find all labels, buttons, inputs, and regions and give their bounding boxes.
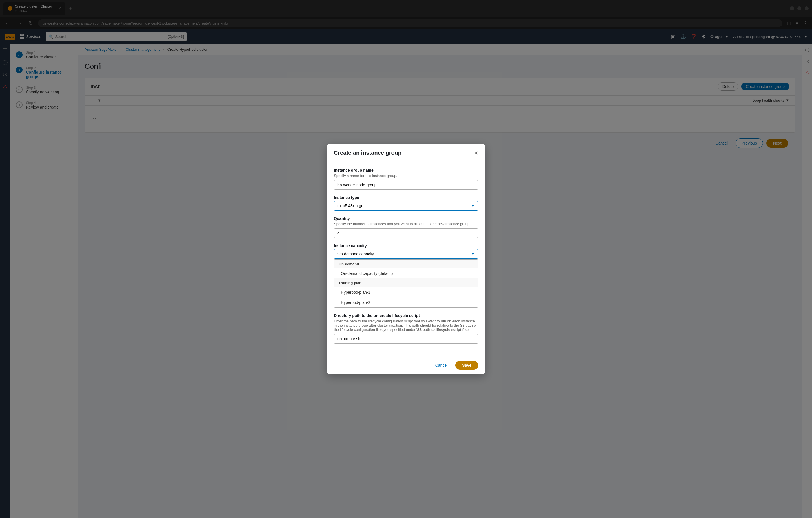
dropdown-option-hyperpod-plan-2[interactable]: Hyperpod-plan-2	[334, 297, 478, 307]
instance-group-name-group: Instance group name Specify a name for t…	[334, 168, 478, 190]
modal-cancel-button[interactable]: Cancel	[431, 361, 452, 370]
modal-title: Create an instance group	[334, 150, 402, 156]
dropdown-group-training-plan: Training plan	[334, 278, 478, 287]
lifecycle-script-group: Directory path to the on-create lifecycl…	[334, 313, 478, 343]
instance-group-name-input[interactable]	[334, 180, 478, 190]
instance-capacity-group: Instance capacity On-demand capacity ▼ O…	[334, 244, 478, 308]
modal-header: Create an instance group ×	[327, 144, 485, 161]
lifecycle-hint-bold: S3 path to lifecycle script files	[417, 328, 469, 332]
lifecycle-script-input[interactable]	[334, 334, 478, 343]
instance-group-name-hint: Specify a name for this instance group.	[334, 174, 478, 178]
lifecycle-script-hint: Enter the path to the lifecycle configur…	[334, 319, 478, 332]
dropdown-option-hyperpod-plan-1[interactable]: Hyperpod-plan-1	[334, 287, 478, 297]
instance-type-select[interactable]: ml.p5.48xlarge	[334, 201, 478, 211]
instance-capacity-dropdown: On-demand On-demand capacity (default) T…	[334, 259, 478, 308]
instance-type-select-wrapper: ml.p5.48xlarge ▼	[334, 201, 478, 211]
modal-overlay[interactable]: Create an instance group × Instance grou…	[0, 0, 812, 518]
quantity-input[interactable]	[334, 228, 478, 238]
dropdown-option-on-demand-default[interactable]: On-demand capacity (default)	[334, 268, 478, 278]
modal-save-button[interactable]: Save	[455, 361, 478, 370]
modal-close-button[interactable]: ×	[474, 150, 478, 156]
lifecycle-hint-text2: '.	[470, 328, 471, 332]
quantity-hint: Specify the number of instances that you…	[334, 222, 478, 226]
modal-footer: Cancel Save	[327, 356, 485, 374]
lifecycle-script-label: Directory path to the on-create lifecycl…	[334, 313, 478, 318]
instance-group-name-label: Instance group name	[334, 168, 478, 173]
instance-type-label: Instance type	[334, 195, 478, 200]
create-instance-group-modal: Create an instance group × Instance grou…	[327, 144, 485, 374]
quantity-label: Quantity	[334, 216, 478, 221]
instance-capacity-label: Instance capacity	[334, 244, 478, 248]
dropdown-group-on-demand: On-demand	[334, 260, 478, 268]
quantity-group: Quantity Specify the number of instances…	[334, 216, 478, 238]
modal-body: Instance group name Specify a name for t…	[327, 161, 485, 356]
instance-capacity-select-wrapper: On-demand capacity ▼	[334, 249, 478, 259]
instance-type-group: Instance type ml.p5.48xlarge ▼	[334, 195, 478, 211]
instance-capacity-select[interactable]: On-demand capacity	[334, 249, 478, 259]
